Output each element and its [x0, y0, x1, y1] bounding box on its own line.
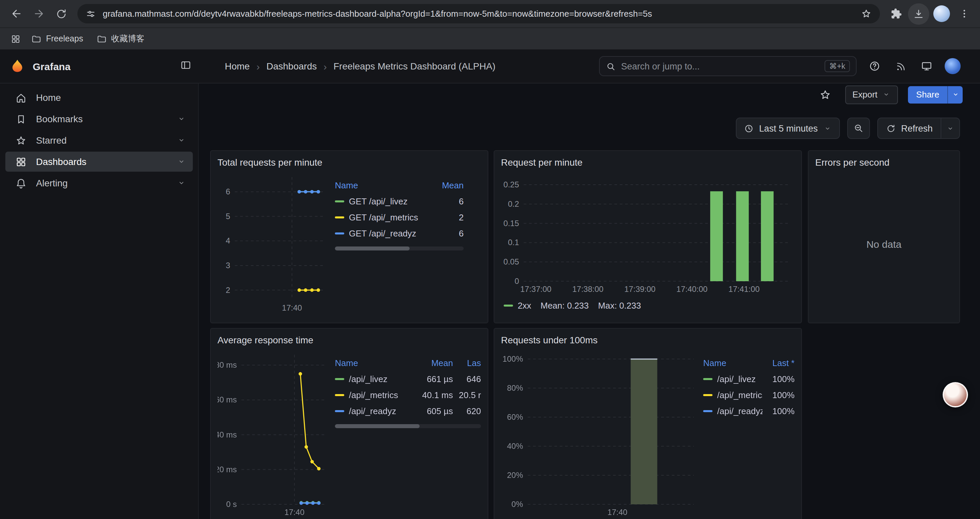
svg-text:60 ms: 60 ms [218, 395, 237, 404]
requests-under-100ms-chart[interactable]: 100%80%60%40%20%0%17:40 [501, 348, 698, 519]
sidebar-item-label: Dashboards [36, 156, 167, 167]
legend-scrollbar[interactable] [335, 246, 464, 251]
share-dropdown-button[interactable] [947, 86, 963, 103]
dashboards-grid-icon [15, 156, 27, 167]
back-icon [10, 7, 22, 20]
legend-table: Name Mean Las /api/_livez 661 µs 646 /ap… [335, 355, 481, 519]
dashboard-actions-bar: Export Share [199, 83, 980, 105]
browser-refresh-button[interactable] [51, 3, 72, 24]
series-toggle[interactable]: GET /api/_readyz [335, 228, 421, 238]
browser-forward-button[interactable] [28, 3, 49, 24]
request-per-minute-chart[interactable]: 0.250.20.150.10.05017:37:0017:38:0017:39… [501, 170, 792, 297]
time-range-picker[interactable]: Last 5 minutes [736, 118, 840, 139]
forward-icon [32, 7, 45, 20]
series-color [703, 378, 713, 380]
browser-profile-button[interactable] [931, 3, 952, 24]
total-requests-chart[interactable]: 6543217:40 [218, 170, 329, 316]
legend-col-mean[interactable]: Mean [410, 358, 453, 368]
panel-title[interactable]: Errors per second [815, 154, 953, 170]
bookmark-folder-blogs[interactable]: 收藏博客 [91, 30, 150, 47]
series-last: 620 [453, 406, 481, 416]
average-response-time-chart[interactable]: 80 ms60 ms40 ms20 ms0 s17:40 [218, 348, 329, 519]
chevron-down-icon[interactable] [177, 178, 186, 188]
refresh-interval-dropdown[interactable] [941, 118, 959, 138]
panel-title[interactable]: Request per minute [501, 154, 795, 170]
chevron-down-icon[interactable] [177, 157, 186, 166]
chevron-down-icon[interactable] [177, 136, 186, 145]
sidebar-item-starred[interactable]: Starred [5, 130, 193, 150]
assistant-avatar-button[interactable] [943, 382, 968, 407]
sidebar-item-alerting[interactable]: Alerting [5, 173, 193, 193]
zoom-out-button[interactable] [847, 118, 870, 139]
svg-text:20 ms: 20 ms [218, 465, 237, 474]
favorite-dashboard-button[interactable] [815, 85, 835, 105]
scrollbar-thumb[interactable] [335, 246, 410, 251]
legend-col-last[interactable]: Last * [762, 358, 795, 368]
svg-text:17:37:00: 17:37:00 [520, 284, 551, 294]
grafana-logo[interactable] [10, 59, 25, 73]
sidebar-item-dashboards[interactable]: Dashboards [5, 152, 193, 172]
browser-toolbar: grafana.mathmast.com/d/deytv4rwavabkb/fr… [0, 0, 980, 27]
sidebar-collapse-button[interactable] [180, 59, 191, 73]
dashboard-toolbar: Last 5 minutes Refresh [736, 118, 960, 139]
legend-col-name[interactable]: Name [703, 358, 762, 368]
search-input[interactable]: Search or jump to... ⌘+k [599, 56, 857, 76]
svg-text:17:38:00: 17:38:00 [573, 284, 603, 294]
panel-title[interactable]: Average response time [218, 332, 481, 348]
browser-menu-button[interactable] [953, 3, 975, 24]
panel-title[interactable]: Requests under 100ms [501, 332, 795, 348]
legend-col-name[interactable]: Name [335, 180, 421, 190]
bookmark-folder-freeleaps[interactable]: Freeleaps [25, 31, 89, 46]
help-button[interactable] [865, 56, 885, 76]
extensions-button[interactable] [885, 3, 907, 24]
breadcrumb-home[interactable]: Home [225, 61, 250, 72]
apps-shortcut-button[interactable] [7, 30, 24, 48]
breadcrumb: Home › Dashboards › Freeleaps Metrics Da… [225, 61, 495, 72]
time-range-label: Last 5 minutes [759, 123, 818, 133]
series-toggle[interactable]: /api/_metrics [335, 390, 410, 400]
series-toggle[interactable]: /api/_livez [703, 374, 762, 384]
download-icon [913, 8, 924, 20]
legend-col-mean[interactable]: Mean [421, 180, 464, 190]
legend-col-last[interactable]: Las [453, 358, 481, 368]
sidebar-item-home[interactable]: Home [5, 88, 193, 107]
legend-row: /api/_livez 100% [703, 371, 795, 387]
bookmark-star-icon[interactable] [861, 8, 872, 19]
news-button[interactable] [891, 56, 911, 76]
series-color [504, 304, 513, 306]
star-icon [15, 134, 27, 146]
search-placeholder: Search or jump to... [621, 61, 819, 71]
svg-text:40%: 40% [507, 442, 523, 450]
series-toggle[interactable]: /api/_readyz [335, 406, 410, 416]
svg-text:0.05: 0.05 [503, 257, 519, 266]
legend-col-name[interactable]: Name [335, 358, 410, 368]
scrollbar-thumb[interactable] [335, 424, 420, 428]
series-toggle[interactable]: 2xx [504, 300, 531, 310]
display-button[interactable] [916, 56, 937, 76]
series-toggle[interactable]: GET /api/_metrics [335, 212, 421, 222]
svg-text:0: 0 [515, 276, 519, 286]
downloads-button[interactable] [908, 3, 929, 24]
series-toggle[interactable]: GET /api/_livez [335, 196, 421, 206]
zoom-out-icon [853, 123, 864, 134]
no-data-message: No data [866, 238, 901, 249]
legend-scrollbar[interactable] [335, 424, 481, 428]
panel-title[interactable]: Total requests per minute [218, 154, 481, 170]
svg-text:80 ms: 80 ms [218, 360, 237, 369]
share-button[interactable]: Share [908, 86, 947, 103]
app-body: Home Bookmarks Starred Dashboards Alerti… [0, 83, 980, 519]
series-color [335, 232, 344, 234]
breadcrumb-dashboards[interactable]: Dashboards [267, 61, 317, 72]
chevron-down-icon[interactable] [177, 114, 186, 124]
series-toggle[interactable]: /api/_livez [335, 374, 410, 384]
series-toggle[interactable]: /api/_metrics [703, 390, 762, 400]
sidebar-item-bookmarks[interactable]: Bookmarks [5, 109, 193, 129]
series-toggle[interactable]: /api/_readyz [703, 406, 762, 416]
user-profile-button[interactable] [943, 56, 963, 76]
refresh-button[interactable]: Refresh [878, 118, 941, 138]
legend-table: Name Last * /api/_livez 100% /api/_metri… [703, 355, 795, 519]
browser-back-button[interactable] [5, 3, 27, 24]
url-bar[interactable]: grafana.mathmast.com/d/deytv4rwavabkb/fr… [77, 4, 880, 23]
rss-icon [895, 61, 906, 72]
export-button[interactable]: Export [845, 85, 898, 104]
